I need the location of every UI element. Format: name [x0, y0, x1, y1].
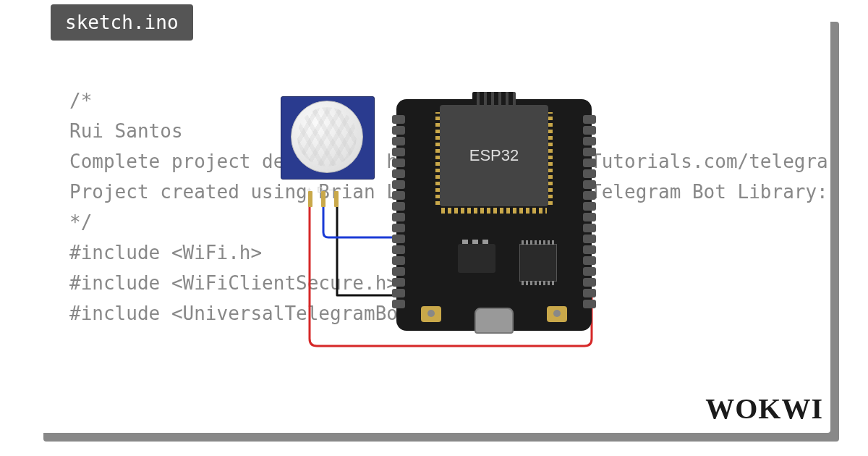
en-button[interactable]: [547, 306, 567, 322]
file-tab[interactable]: sketch.ino: [51, 4, 193, 41]
esp32-label: ESP32: [469, 146, 519, 165]
pir-sensor[interactable]: + D −: [281, 96, 375, 194]
brand-logo: WOKWI: [705, 392, 823, 426]
esp32-board[interactable]: ESP32: [396, 99, 592, 331]
esp32-right-header: [583, 115, 596, 308]
editor-card: /* Rui Santos Complete project details a…: [35, 13, 830, 433]
chip-icon: [519, 244, 557, 282]
file-tab-label: sketch.ino: [65, 12, 179, 33]
shield-pins-icon: [441, 208, 547, 214]
regulator-icon: [458, 244, 495, 273]
pir-pins: [308, 191, 339, 207]
antenna-icon: [472, 92, 516, 105]
esp32-shield: ESP32: [440, 105, 548, 206]
esp32-left-header: [392, 115, 405, 308]
boot-button[interactable]: [421, 306, 441, 322]
circuit-diagram[interactable]: + D −: [273, 96, 621, 357]
usb-port-icon: [475, 308, 514, 334]
pir-dome-icon: [291, 101, 363, 173]
